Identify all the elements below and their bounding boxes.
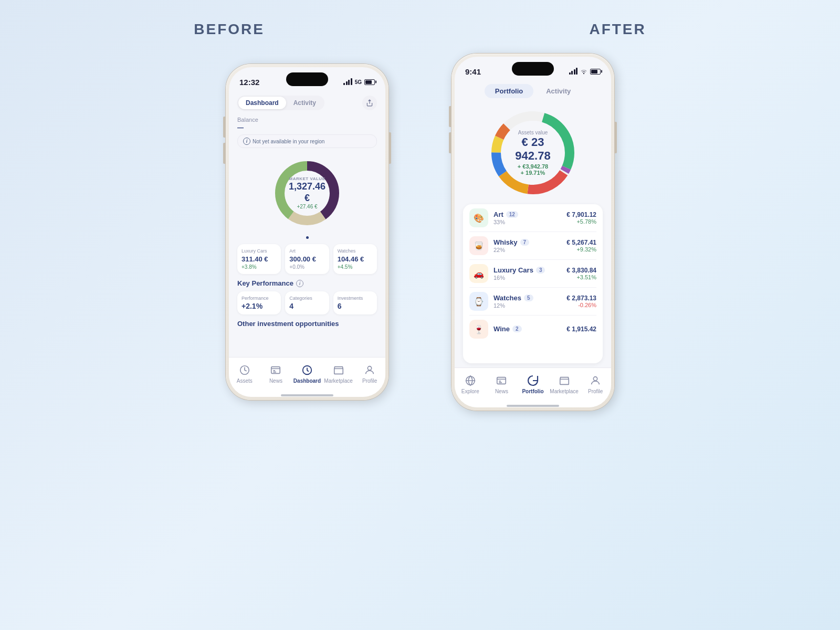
after-portfolio-icon <box>527 374 539 387</box>
after-status-icons <box>569 68 601 75</box>
kpi-categories: Categories 4 <box>285 291 329 314</box>
before-asset-luxury-cars: Luxury Cars 311.40 € +3.8% <box>237 244 281 274</box>
watches-info: Watches 5 12% <box>494 294 566 309</box>
after-explore-icon <box>464 374 477 387</box>
after-nav-profile[interactable]: Profile <box>580 374 611 394</box>
before-asset-cards: Luxury Cars 311.40 € +3.8% Art 300.00 € … <box>237 244 377 274</box>
labels-row: BEFORE AFTER <box>32 21 808 38</box>
before-nav-assets[interactable]: Assets <box>229 364 260 384</box>
after-tab-activity[interactable]: Activity <box>536 84 581 98</box>
before-phone: 12:32 5G <box>226 64 388 400</box>
watches-icon: ⌚ <box>469 292 488 311</box>
before-status-bar: 12:32 5G <box>229 67 385 90</box>
after-asset-list: 🎨 Art 12 33% € 7,901.12 +5.78% <box>463 204 603 363</box>
after-battery <box>590 69 601 75</box>
whisky-values: € 5,267.41 +9.32% <box>566 239 596 253</box>
before-kpi-cards: Performance +2.1% Categories 4 Investmen… <box>237 291 377 314</box>
asset-row-wine[interactable]: 🍷 Wine 2 € 1,915.42 <box>469 316 596 343</box>
after-bottom-nav: Explore News <box>455 368 611 404</box>
whisky-icon: 🥃 <box>469 236 488 255</box>
wine-icon: 🍷 <box>469 320 488 339</box>
after-phone: 9:41 <box>452 54 614 411</box>
after-nav-profile-label: Profile <box>588 388 603 394</box>
after-news-icon <box>495 374 508 387</box>
before-dynamic-island <box>286 72 328 86</box>
asset-row-art[interactable]: 🎨 Art 12 33% € 7,901.12 +5.78% <box>469 204 596 232</box>
after-nav-marketplace-label: Marketplace <box>550 388 578 394</box>
after-donut-container: Assets value € 23 942.78 + €3,942.78 + 1… <box>463 106 603 200</box>
after-phone-inner: 9:41 <box>455 57 611 407</box>
after-donut-center: Assets value € 23 942.78 + €3,942.78 + 1… <box>509 130 556 176</box>
art-info: Art 12 33% <box>494 211 566 225</box>
after-time: 9:41 <box>465 67 481 76</box>
svg-rect-5 <box>271 366 280 373</box>
before-nav-dashboard-label: Dashboard <box>293 378 321 384</box>
after-nav-explore[interactable]: Explore <box>455 374 486 394</box>
before-nav-assets-label: Assets <box>237 378 253 384</box>
before-nav-marketplace-label: Marketplace <box>324 378 352 384</box>
after-nav-explore-label: Explore <box>461 388 479 394</box>
art-icon: 🎨 <box>469 208 488 227</box>
before-tab-group: Dashboard Activity <box>237 96 324 110</box>
after-content: Portfolio Activity <box>455 80 611 368</box>
after-status-bar: 9:41 <box>455 57 611 80</box>
before-nav-news-label: News <box>269 378 282 384</box>
before-time: 12:32 <box>239 78 259 87</box>
whisky-info: Whisky 7 22% <box>494 238 566 253</box>
before-signal <box>343 79 352 85</box>
before-dashboard-icon <box>301 364 313 376</box>
art-values: € 7,901.12 +5.78% <box>566 211 596 225</box>
after-tabs: Portfolio Activity <box>463 84 603 98</box>
before-donut-container: MARKET VALUE 1,327.46 € +27.46 € <box>237 156 377 230</box>
before-nav-news[interactable]: News <box>260 364 292 384</box>
before-nav-profile-label: Profile <box>362 378 377 384</box>
before-nav-profile[interactable]: Profile <box>354 364 385 384</box>
before-content: Dashboard Activity Balance — i <box>229 90 385 357</box>
svg-point-18 <box>594 376 597 380</box>
before-phone-inner: 12:32 5G <box>229 67 385 397</box>
before-status-icons: 5G <box>343 79 375 85</box>
luxury-cars-values: € 3,830.84 +3.51% <box>566 267 596 280</box>
asset-row-whisky[interactable]: 🥃 Whisky 7 22% € 5,267.41 +9.32% <box>469 232 596 260</box>
before-tabs-row: Dashboard Activity <box>237 96 377 110</box>
before-balance-label: Balance <box>237 117 377 123</box>
watches-values: € 2,873.13 -0.26% <box>566 295 596 308</box>
before-profile-icon <box>363 364 376 376</box>
before-donut-center: MARKET VALUE 1,327.46 € +27.46 € <box>289 176 326 209</box>
after-home-indicator <box>455 404 611 407</box>
before-bottom-nav: Assets News <box>229 357 385 394</box>
after-donut: Assets value € 23 942.78 + €3,942.78 + 1… <box>486 106 580 200</box>
luxury-cars-info: Luxury Cars 3 16% <box>494 266 566 281</box>
before-home-indicator <box>229 394 385 397</box>
after-marketplace-icon <box>558 374 571 387</box>
before-region-notice: i Not yet available in your region <box>237 134 377 148</box>
after-nav-marketplace[interactable]: Marketplace <box>549 374 580 394</box>
after-nav-portfolio[interactable]: Portfolio <box>517 374 549 394</box>
before-news-icon <box>269 364 282 376</box>
asset-row-luxury-cars[interactable]: 🚗 Luxury Cars 3 16% € 3,830.84 +3.51 <box>469 260 596 288</box>
before-donut: MARKET VALUE 1,327.46 € +27.46 € <box>270 156 344 230</box>
luxury-cars-icon: 🚗 <box>469 264 488 283</box>
before-kpi-title: Key Performance i <box>237 279 377 287</box>
asset-row-watches[interactable]: ⌚ Watches 5 12% € 2,873.13 -0.26% <box>469 288 596 316</box>
before-nav-marketplace[interactable]: Marketplace <box>323 364 354 384</box>
svg-point-7 <box>368 366 372 370</box>
after-nav-news[interactable]: News <box>486 374 518 394</box>
before-nav-dashboard[interactable]: Dashboard <box>291 364 323 384</box>
before-label: BEFORE <box>194 21 265 38</box>
after-label: AFTER <box>589 21 646 38</box>
before-assets-icon <box>238 364 251 376</box>
after-signal <box>569 68 578 75</box>
svg-rect-17 <box>497 377 506 384</box>
before-share-button[interactable] <box>362 96 377 110</box>
before-other-title: Other investment opportunities <box>237 320 377 328</box>
before-tab-activity[interactable]: Activity <box>286 97 323 109</box>
wine-values: € 1,915.42 <box>566 326 596 333</box>
kpi-performance: Performance +2.1% <box>237 291 281 314</box>
after-tab-portfolio[interactable]: Portfolio <box>485 84 533 98</box>
before-battery <box>364 79 375 85</box>
before-tab-dashboard[interactable]: Dashboard <box>238 97 286 109</box>
wine-info: Wine 2 <box>494 325 566 333</box>
after-nav-news-label: News <box>495 388 508 394</box>
after-nav-portfolio-label: Portfolio <box>522 388 543 394</box>
